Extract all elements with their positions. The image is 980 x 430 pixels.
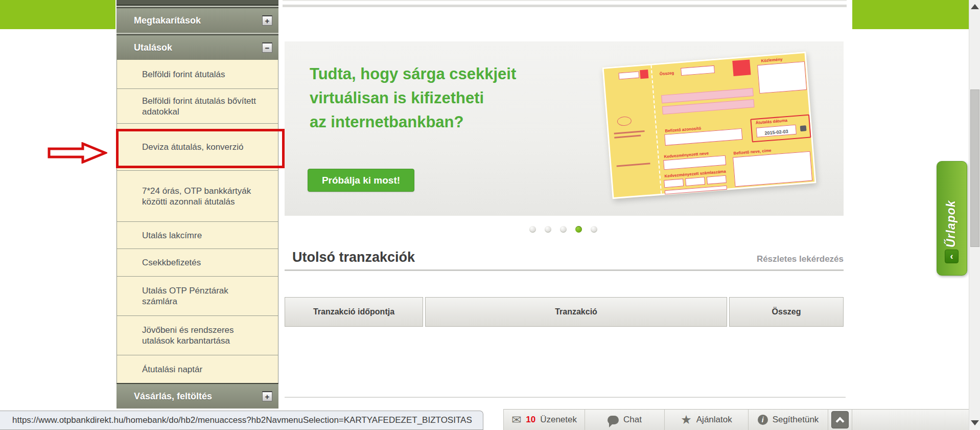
column-header-transaction-date: Tranzakció időpontja <box>285 297 423 327</box>
scrollbar-down-arrow-icon[interactable] <box>971 420 979 425</box>
scroll-to-top-cell <box>828 410 852 430</box>
promo-banner: Tudta, hogy sárga csekkjeit virtuálisan … <box>285 41 844 216</box>
transactions-title: Utolsó tranzakciók <box>292 250 415 265</box>
forms-side-tab[interactable]: Űrlapok ‹ <box>937 161 967 276</box>
banner-headline: Tudta, hogy sárga csekkjeit virtuálisan … <box>310 62 516 134</box>
vertical-scrollbar[interactable] <box>969 0 980 430</box>
calendar-icon <box>800 125 807 131</box>
forms-tab-label: Űrlapok <box>944 171 958 247</box>
check-payer-name-field <box>733 151 812 187</box>
sidebar-item-jovobeni-rendszeres-utalasok[interactable]: Jövőbeni és rendszeres utalások karbanta… <box>117 315 278 355</box>
check-amount-field <box>681 65 715 76</box>
sidebar-item-belfoldi-forint-atutalas[interactable]: Belföldi forint átutalás <box>117 60 278 88</box>
banner-carousel-dots <box>529 226 597 233</box>
sidebar-item-atutalasi-naptar[interactable]: Átutalási naptár <box>117 355 278 383</box>
check-date-field: 2015-02-03 <box>756 125 797 138</box>
sidebar-menu: Megtakarítások + Utalások − Belföldi for… <box>116 0 278 409</box>
content-top-line <box>283 0 847 1</box>
check-stub-redblock <box>640 70 648 79</box>
yellow-check: Összeg Közlemény Befizető azonosító Átut… <box>602 52 816 199</box>
sidebar-group-megtakaritasok[interactable]: Megtakarítások + <box>116 7 278 33</box>
bottom-toolbar: ✉ 10 Üzenetek Chat ★ Ajánlatok i Segíthe… <box>503 409 969 430</box>
sidebar-item-utalas-lakcimre[interactable]: Utalás lakcímre <box>117 221 278 248</box>
check-red-block <box>732 59 751 76</box>
sidebar-item-label: Jövőbeni és rendszeres utalások karbanta… <box>142 325 256 346</box>
help-button[interactable]: i Segíthetünk <box>749 410 828 430</box>
scrollbar-thumb[interactable] <box>970 89 979 247</box>
annotation-highlight-box <box>116 129 285 168</box>
check-account-segment <box>685 177 705 186</box>
offers-button[interactable]: ★ Ajánlatok <box>665 410 749 430</box>
sidebar-item-label: Belföldi forint átutalás <box>142 69 225 80</box>
transactions-table-header: Tranzakció időpontja Tranzakció Összeg <box>285 297 844 327</box>
sidebar-partial-header <box>116 0 278 6</box>
top-green-bar-right <box>852 0 969 29</box>
envelope-icon: ✉ <box>511 414 521 426</box>
carousel-dot[interactable] <box>545 226 551 233</box>
sidebar-item-label: Csekkbefizetés <box>142 257 201 268</box>
messages-label: Üzenetek <box>540 415 577 425</box>
sidebar-group-label: Vásárlás, feltöltés <box>134 391 212 402</box>
check-account-segment <box>664 178 684 188</box>
check-stamp-ellipse <box>617 116 632 126</box>
sidebar-group-label: Megtakarítások <box>134 15 201 26</box>
column-header-transaction: Tranzakció <box>425 297 727 327</box>
section-divider <box>285 269 844 271</box>
section-bottom-divider <box>285 397 846 398</box>
scroll-to-top-button[interactable] <box>831 411 849 428</box>
sidebar-item-belfoldi-forint-atutalas-bovitett[interactable]: Belföldi forint átutalás bővített adatok… <box>117 88 278 123</box>
sidebar-item-label: Belföldi forint átutalás bővített adatok… <box>142 96 256 117</box>
sidebar-item-utalas-otp-penztarak[interactable]: Utalás OTP Pénztárak számlára <box>117 276 278 315</box>
messages-button[interactable]: ✉ 10 Üzenetek <box>504 410 585 430</box>
sidebar-item-label: 7*24 órás, OTP bankkártyák közötti azonn… <box>142 186 256 207</box>
check-amount-label: Összeg <box>659 71 674 76</box>
check-stub-text-line <box>614 135 641 139</box>
sidebar-item-label: Utalás OTP Pénztárak számlára <box>142 285 256 307</box>
check-stub-field <box>618 71 639 79</box>
collapse-chevron-icon[interactable]: ‹ <box>945 250 959 263</box>
banner-headline-line: az internetbankban? <box>310 110 516 134</box>
scrollbar-up-arrow-icon[interactable] <box>971 4 979 9</box>
offers-label: Ajánlatok <box>696 415 732 425</box>
detailed-query-link[interactable]: Részletes lekérdezés <box>757 254 844 264</box>
check-date-box: Átutalás dátuma 2015-02-03 <box>750 115 811 143</box>
check-stub-text-line <box>617 163 650 167</box>
try-now-button[interactable]: Próbálja ki most! <box>308 169 414 192</box>
check-date-value: 2015-02-03 <box>764 129 788 136</box>
star-icon: ★ <box>681 414 692 426</box>
messages-count-badge: 10 <box>526 415 535 425</box>
status-url-text: https://www.otpbankdirekt.hu/homebank/do… <box>12 415 472 425</box>
annotation-arrow-icon <box>47 142 107 164</box>
chat-bubble-icon <box>608 416 619 424</box>
check-memo-field <box>757 61 807 94</box>
check-account-segment <box>707 175 727 185</box>
help-label: Segíthetünk <box>773 415 819 425</box>
chevron-up-icon <box>836 417 845 426</box>
sidebar-item-csekkbefizetes[interactable]: Csekkbefizetés <box>117 248 278 276</box>
sidebar-submenu-utalasok: Belföldi forint átutalás Belföldi forint… <box>116 60 278 383</box>
sidebar-group-label: Utalások <box>134 42 172 53</box>
sidebar-group-utalasok[interactable]: Utalások − <box>116 34 278 60</box>
content-top-divider <box>283 5 847 7</box>
browser-status-url: https://www.otpbankdirekt.hu/homebank/do… <box>0 411 483 430</box>
sidebar-item-724-oras-bankkartya-atutalas[interactable]: 7*24 órás, OTP bankkártyák közötti azonn… <box>117 170 278 221</box>
sidebar-group-vasarlas-feltoltes[interactable]: Vásárlás, feltöltés + <box>116 383 278 409</box>
expand-plus-icon[interactable]: + <box>262 391 272 401</box>
carousel-dot[interactable] <box>529 226 536 233</box>
column-header-amount: Összeg <box>729 297 844 327</box>
carousel-dot[interactable] <box>591 226 597 233</box>
check-stub-text-line <box>614 130 645 134</box>
expand-plus-icon[interactable]: + <box>262 15 272 26</box>
toolbar-filler <box>852 410 969 430</box>
carousel-dot[interactable] <box>560 226 567 233</box>
check-stub <box>604 65 662 197</box>
carousel-dot[interactable] <box>575 226 582 233</box>
collapse-minus-icon[interactable]: − <box>262 42 272 53</box>
sidebar-item-label: Utalás lakcímre <box>142 230 202 241</box>
top-green-bar-left <box>0 0 115 29</box>
sidebar-item-label: Átutalási naptár <box>142 364 202 375</box>
chat-button[interactable]: Chat <box>585 410 665 430</box>
chat-label: Chat <box>623 415 642 425</box>
check-date-label: Átutalás dátuma <box>756 118 788 125</box>
yellow-check-illustration: Összeg Közlemény Befizető azonosító Átut… <box>597 50 822 209</box>
